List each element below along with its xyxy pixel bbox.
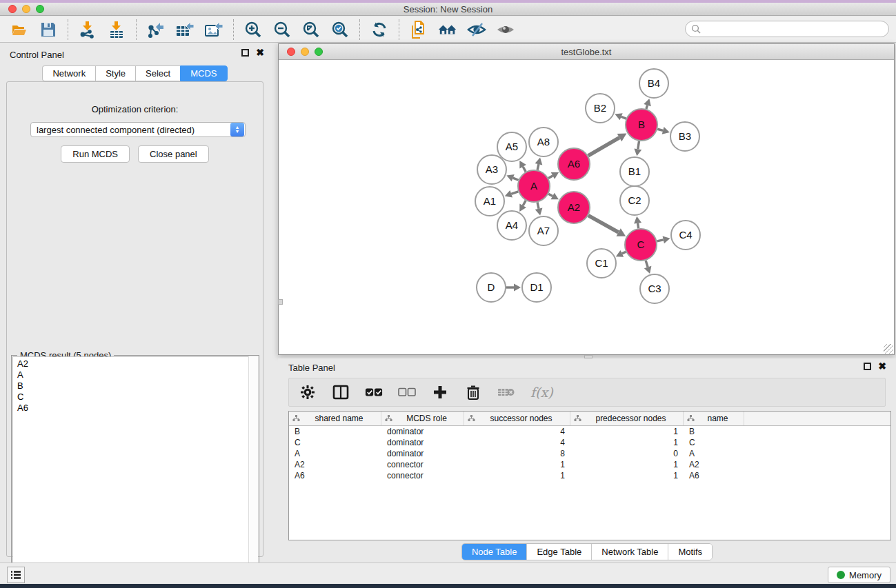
column-header-shared-name[interactable]: shared name	[289, 412, 381, 425]
edge-B-B2[interactable]	[621, 116, 626, 119]
network-canvas[interactable]: B4B2BB3A5A8A6A3B1AC2A1A2A4A7C4CC1DD1C3	[279, 61, 893, 354]
result-list-scrollbar[interactable]	[248, 356, 258, 588]
close-panel-icon[interactable]: ✖	[256, 49, 264, 57]
edge-C-C2[interactable]	[638, 223, 639, 229]
open-file-icon[interactable]	[10, 20, 29, 39]
run-mcds-button[interactable]: Run MCDS	[61, 145, 130, 163]
edge-A-A7[interactable]	[537, 202, 539, 208]
hide-selected-eye-icon[interactable]	[467, 20, 486, 39]
cell-successor_nodes[interactable]: 1	[464, 460, 570, 469]
cell-predecessor_nodes[interactable]: 1	[570, 427, 684, 436]
close-table-panel-icon[interactable]: ✖	[878, 363, 886, 370]
column-header-successor-nodes[interactable]: successor nodes	[464, 412, 570, 425]
edge-A-A2[interactable]	[548, 194, 552, 196]
close-panel-button[interactable]: Close panel	[138, 145, 209, 163]
cell-mcds_role[interactable]: connector	[381, 460, 464, 469]
edge-A-A6[interactable]	[548, 176, 552, 178]
edge-A-A5[interactable]	[523, 167, 526, 172]
splitter-grip-left[interactable]	[278, 299, 283, 305]
task-history-button[interactable]	[7, 567, 25, 583]
zoom-in-icon[interactable]	[243, 20, 263, 39]
float-table-panel-icon[interactable]	[864, 363, 871, 370]
export-table-icon[interactable]	[175, 20, 195, 39]
maximize-window-button[interactable]	[36, 5, 44, 13]
cell-name[interactable]: A2	[684, 460, 744, 469]
search-input[interactable]	[704, 24, 888, 34]
minimize-window-button[interactable]	[22, 5, 30, 13]
cell-name[interactable]: A6	[684, 471, 744, 480]
cell-mcds_role[interactable]: dominator	[381, 438, 464, 447]
table-row-C[interactable]: Cdominator41C	[289, 437, 890, 448]
cell-predecessor_nodes[interactable]: 0	[570, 449, 684, 458]
cell-name[interactable]: C	[684, 438, 744, 447]
cell-mcds_role[interactable]: dominator	[381, 449, 464, 458]
network-view-window[interactable]: testGlobe.txt B4B2BB3A5A8A6A3B1AC2A1A2A4…	[278, 43, 895, 355]
tab-motifs[interactable]: Motifs	[668, 544, 712, 560]
edge-B-B1[interactable]	[638, 141, 639, 150]
split-columns-icon[interactable]	[332, 383, 350, 401]
tab-node-table[interactable]: Node Table	[462, 544, 528, 560]
network-maximize-button[interactable]	[315, 48, 323, 56]
memory-button[interactable]: Memory	[828, 567, 890, 583]
delete-column-trash-icon[interactable]	[464, 383, 482, 401]
cell-successor_nodes[interactable]: 4	[464, 427, 570, 436]
table-row-A6[interactable]: A6connector11A6	[289, 470, 890, 481]
network-window-titlebar[interactable]: testGlobe.txt	[279, 44, 894, 60]
zoom-selected-icon[interactable]	[330, 20, 350, 39]
cell-successor_nodes[interactable]: 8	[464, 449, 570, 458]
tab-select[interactable]: Select	[135, 65, 180, 81]
column-header-predecessor-nodes[interactable]: predecessor nodes	[570, 412, 684, 425]
cell-shared_name[interactable]: A2	[289, 460, 381, 469]
delete-table-icon[interactable]	[497, 383, 515, 401]
zoom-out-icon[interactable]	[272, 20, 292, 39]
main-titlebar[interactable]: Session: New Session	[0, 3, 896, 16]
network-minimize-button[interactable]	[301, 48, 309, 56]
cell-name[interactable]: B	[684, 427, 744, 436]
tab-style[interactable]: Style	[95, 65, 135, 81]
select-all-checkboxes-icon[interactable]	[365, 383, 383, 401]
optimization-criterion-dropdown[interactable]: largest connected component (directed) ▲…	[30, 122, 246, 137]
function-builder-icon[interactable]: f(x)	[530, 385, 553, 400]
result-list-item[interactable]: C	[13, 392, 257, 403]
edge-A-A1[interactable]	[511, 192, 518, 194]
edge-C-C1[interactable]	[622, 252, 626, 254]
cell-successor_nodes[interactable]: 4	[464, 438, 570, 447]
cell-successor_nodes[interactable]: 1	[464, 471, 570, 480]
column-header-MCDS-role[interactable]: MCDS role	[381, 412, 464, 425]
export-image-icon[interactable]	[204, 20, 223, 39]
edge-B-B4[interactable]	[646, 105, 648, 109]
home-views-icon[interactable]	[438, 20, 457, 39]
zoom-fit-icon[interactable]	[301, 20, 321, 39]
import-table-icon[interactable]	[107, 20, 126, 39]
table-row-B[interactable]: Bdominator41B	[289, 426, 890, 437]
cell-shared_name[interactable]: C	[289, 438, 381, 447]
edge-B-B3[interactable]	[657, 129, 663, 130]
add-column-icon[interactable]	[431, 383, 449, 401]
network-graph[interactable]: B4B2BB3A5A8A6A3B1AC2A1A2A4A7C4CC1DD1C3	[279, 61, 895, 355]
edge-A-A4[interactable]	[523, 201, 526, 205]
cell-shared_name[interactable]: A6	[289, 471, 381, 480]
window-resize-grip[interactable]	[884, 344, 893, 354]
result-list-item[interactable]: A	[13, 369, 257, 381]
result-list-item[interactable]: A2	[13, 358, 257, 369]
edge-C-C4[interactable]	[657, 240, 663, 241]
cell-mcds_role[interactable]: dominator	[381, 427, 464, 436]
import-network-icon[interactable]	[78, 20, 97, 39]
edge-A6-B[interactable]	[588, 138, 619, 156]
column-header-name[interactable]: name	[684, 412, 744, 425]
cell-name[interactable]: A	[684, 449, 744, 458]
show-selected-eye-icon[interactable]	[496, 20, 515, 39]
search-field[interactable]	[685, 21, 889, 37]
cell-mcds_role[interactable]: connector	[381, 471, 464, 480]
tab-mcds[interactable]: MCDS	[180, 65, 227, 81]
network-close-button[interactable]	[287, 48, 295, 56]
mcds-result-list[interactable]: A2ABCA6	[12, 356, 258, 588]
export-network-icon[interactable]	[146, 20, 166, 39]
deselect-all-checkboxes-icon[interactable]	[398, 383, 416, 401]
duplicate-network-icon[interactable]	[409, 20, 428, 39]
edge-A2-C[interactable]	[588, 216, 619, 232]
edge-A-A3[interactable]	[513, 178, 519, 180]
cell-shared_name[interactable]: A	[289, 449, 381, 458]
cell-predecessor_nodes[interactable]: 1	[570, 471, 684, 480]
refresh-icon[interactable]	[370, 20, 389, 39]
